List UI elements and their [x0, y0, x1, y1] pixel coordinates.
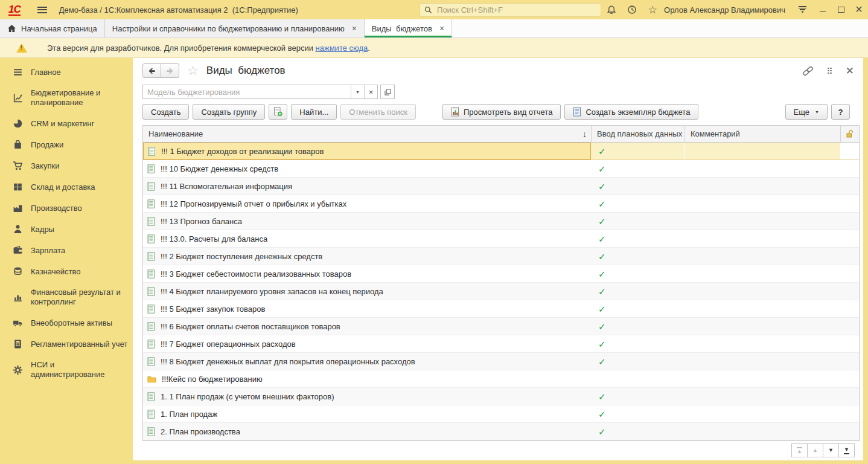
combo-clear-icon[interactable]: × — [364, 85, 377, 98]
sidebar-item-hr[interactable]: Кадры — [0, 219, 133, 240]
sidebar-item-purchases[interactable]: Закупки — [0, 155, 133, 176]
scroll-to-top-button[interactable]: ▲ — [791, 443, 808, 457]
close-tab-icon[interactable]: × — [439, 24, 444, 33]
column-header-lock[interactable] — [840, 126, 859, 142]
global-search[interactable] — [420, 3, 601, 17]
close-window-button[interactable]: ✕ — [850, 0, 868, 19]
get-link-icon[interactable] — [802, 66, 814, 76]
lock-cell — [840, 300, 859, 317]
table-row[interactable]: !!! 11 Вспомогательная информация ✓ — [143, 178, 859, 195]
service-menu-icon[interactable]: ▼ — [799, 6, 806, 13]
help-button[interactable]: ? — [831, 104, 850, 120]
lock-cell — [840, 178, 859, 195]
table-row[interactable]: !!! 8 Бюджет денежных выплат для покрыти… — [143, 353, 859, 370]
sidebar-item-regulated[interactable]: Регламентированный учет — [0, 334, 133, 355]
open-value-button[interactable] — [380, 85, 395, 99]
search-input[interactable] — [436, 5, 596, 15]
find-button[interactable]: Найти... — [291, 104, 337, 120]
table-row[interactable]: !!! 7 Бюджет операционных расходов ✓ — [143, 335, 859, 353]
budget-model-input[interactable] — [143, 85, 351, 98]
notifications-bell-icon[interactable] — [601, 5, 622, 15]
more-button[interactable]: Еще▼ — [785, 104, 828, 120]
forward-button[interactable] — [161, 63, 179, 78]
table-body: !!! 1 Бюджет доходов от реализации товар… — [143, 143, 859, 440]
sidebar-item-finance[interactable]: Финансовый результат и контроллинг — [0, 282, 133, 312]
create-by-copy-button[interactable] — [269, 104, 287, 120]
table-row[interactable]: !!!Кейс по бюджетированию ✓ — [143, 370, 859, 388]
maximize-button[interactable] — [832, 0, 850, 19]
create-group-button[interactable]: Создать группу — [193, 104, 265, 120]
tab-bar: Начальная страница Настройки и справочни… — [0, 19, 868, 38]
table-row[interactable]: 2. План производства ✓ — [143, 423, 859, 440]
column-header-name[interactable]: Наименование ↓ — [143, 126, 591, 142]
sidebar-item-main[interactable]: Главное — [0, 62, 133, 83]
tab-budget-settings[interactable]: Настройки и справочники по бюджетировани… — [105, 19, 365, 37]
table-row[interactable]: !!! 3 Бюджет себестоимости реализованных… — [143, 265, 859, 283]
table-row[interactable]: !!! 5 Бюджет закупок товаров ✓ — [143, 300, 859, 318]
view-report-button[interactable]: Просмотреть вид отчета — [442, 104, 561, 120]
close-tab-icon[interactable]: × — [352, 24, 357, 33]
purchase-link[interactable]: нажмите сюда — [316, 44, 368, 53]
1c-logo-icon: 1С — [8, 4, 21, 16]
table-row[interactable]: !!! 10 Бюджет денежных средств ✓ — [143, 160, 859, 178]
sidebar-item-warehouse[interactable]: Склад и доставка — [0, 176, 133, 198]
scroll-down-button[interactable]: ▼ — [823, 443, 839, 457]
sidebar-item-salary[interactable]: Зарплата — [0, 240, 133, 261]
sidebar-item-production[interactable]: Производство — [0, 198, 133, 219]
column-header-planned-input[interactable]: Ввод плановых данных — [591, 126, 685, 142]
page-title: Виды бюджетов — [206, 65, 286, 77]
list-toolbar: Создать Создать группу Найти... Отменить… — [142, 100, 863, 123]
table-row[interactable]: !!! 2 Бюджет поступления денежных средст… — [143, 248, 859, 265]
main-menu-icon[interactable] — [37, 7, 47, 13]
create-button[interactable]: Создать — [142, 104, 189, 120]
sidebar-item-treasury[interactable]: Казначейство — [0, 261, 133, 282]
sidebar-item-sales[interactable]: Продажи — [0, 134, 133, 155]
budget-type-name: 1. 1 План продаж (с учетом внешних факто… — [161, 392, 334, 401]
table-header: Наименование ↓ Ввод плановых данных Комм… — [143, 126, 859, 143]
table-row[interactable]: !!! 13.0. Расчеты для баланса ✓ — [143, 230, 859, 248]
document-plus-icon — [273, 107, 282, 117]
table-row[interactable]: 1. 1 План продаж (с учетом внешних факто… — [143, 388, 859, 405]
comment-cell — [685, 248, 840, 265]
table-row[interactable]: !!! 13 Прогноз баланса ✓ — [143, 213, 859, 230]
table-row[interactable]: !!! 12 Прогнозируемый отчет о прибылях и… — [143, 195, 859, 213]
comment-cell — [685, 388, 840, 405]
sidebar-item-budgeting[interactable]: Бюджетирование и планирование — [0, 83, 133, 113]
minimize-button[interactable] — [814, 0, 832, 19]
sidebar-item-label: Склад и доставка — [31, 182, 95, 192]
back-button[interactable] — [142, 63, 161, 78]
budget-type-doc-icon — [147, 287, 155, 296]
history-clock-icon[interactable] — [622, 5, 642, 14]
comment-cell — [685, 335, 840, 352]
close-form-icon[interactable]: ✕ — [846, 65, 854, 77]
more-actions-icon[interactable] — [828, 68, 832, 74]
comment-cell — [685, 213, 840, 230]
sort-descending-icon: ↓ — [582, 129, 587, 139]
tab-home[interactable]: Начальная страница — [0, 19, 105, 37]
scroll-up-button[interactable]: ▲ — [807, 443, 823, 457]
column-header-comment[interactable]: Комментарий — [685, 126, 840, 142]
planned-input-cell: ✓ — [591, 353, 685, 370]
table-row[interactable]: !!! 1 Бюджет доходов от реализации товар… — [143, 143, 859, 160]
title-bar: 1С Демо-база / 1С:Комплексная автоматиза… — [0, 0, 868, 19]
scroll-to-bottom-button[interactable]: ▼ — [838, 443, 855, 457]
comment-cell — [685, 423, 840, 440]
current-user[interactable]: Орлов Александр Владимирович — [664, 5, 785, 14]
table-row[interactable]: !!! 6 Бюджет оплаты счетов поставщиков т… — [143, 318, 859, 335]
cancel-search-button[interactable]: Отменить поиск — [340, 104, 416, 120]
planned-input-cell: ✓ — [591, 388, 685, 405]
menu-lines-icon — [13, 67, 23, 77]
tab-budget-types[interactable]: Виды бюджетов × — [365, 19, 452, 37]
sidebar-item-admin[interactable]: НСИ и администрирование — [0, 355, 133, 385]
table-row[interactable]: 1. План продаж ✓ — [143, 405, 859, 423]
checkmark-icon: ✓ — [598, 199, 606, 208]
combo-dropdown-icon[interactable]: ▼ — [351, 85, 364, 98]
sidebar-item-crm[interactable]: CRM и маркетинг — [0, 113, 133, 134]
lock-cell — [840, 248, 859, 265]
planned-input-cell: ✓ — [591, 318, 685, 335]
table-row[interactable]: !!! 4 Бюджет планируемого уровня запасов… — [143, 283, 859, 300]
favorites-star-icon[interactable]: ☆ — [642, 5, 663, 15]
add-to-favorites-star-icon[interactable]: ☆ — [187, 63, 199, 78]
sidebar-item-assets[interactable]: Внеоборотные активы — [0, 312, 133, 334]
create-budget-instance-button[interactable]: Создать экземпляр бюджета — [564, 104, 698, 120]
